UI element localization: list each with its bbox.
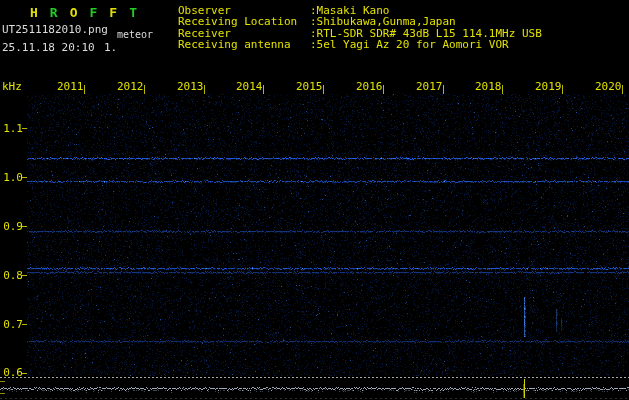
- title-letter: R: [50, 5, 70, 20]
- freq-axis-label: 0.7: [0, 318, 23, 331]
- output-filename: UT2511182010.png: [2, 23, 108, 36]
- time-axis-label: 2017: [416, 80, 443, 93]
- time-axis-label: 2011: [57, 80, 84, 93]
- time-axis-label: 2013: [177, 80, 204, 93]
- frame-count: 1.: [104, 41, 117, 54]
- time-axis-label: 2014: [236, 80, 263, 93]
- freq-axis-label: 1.0: [0, 171, 23, 184]
- title-letter: H: [30, 5, 50, 20]
- time-axis-label: 2019: [535, 80, 562, 93]
- time-axis-label: 2018: [475, 80, 502, 93]
- station-info-row: Receiving antenna:5el Yagi Az 20 for Aom…: [178, 39, 542, 50]
- title-letter: T: [129, 5, 149, 20]
- freq-axis-label: 0.8: [0, 269, 23, 282]
- hrofft-screenshot: HROFFT UT2511182010.png meteor 25.11.18 …: [0, 0, 629, 400]
- freq-axis-label: 0.9: [0, 220, 23, 233]
- title-letter: F: [89, 5, 109, 20]
- spectrogram-canvas: [0, 0, 629, 400]
- title-letter: O: [70, 5, 90, 20]
- freq-axis-unit: kHz: [2, 80, 22, 93]
- station-info: Observer:Masaki KanoReceiving Location:S…: [178, 5, 542, 51]
- time-axis-label: 2016: [356, 80, 383, 93]
- title-letter: F: [109, 5, 129, 20]
- time-axis-label: 2012: [117, 80, 144, 93]
- freq-axis-label: 1.1: [0, 122, 23, 135]
- freq-axis-label: 0.6: [0, 366, 23, 379]
- station-info-value: :5el Yagi Az 20 for Aomori VOR: [310, 39, 509, 50]
- app-title: HROFFT: [30, 5, 149, 20]
- observation-mode-label: meteor: [117, 29, 153, 40]
- station-info-label: Receiving antenna: [178, 39, 310, 50]
- time-axis-label: 2015: [296, 80, 323, 93]
- time-axis-label: 2020: [595, 80, 622, 93]
- observation-datetime: 25.11.18 20:10: [2, 41, 95, 54]
